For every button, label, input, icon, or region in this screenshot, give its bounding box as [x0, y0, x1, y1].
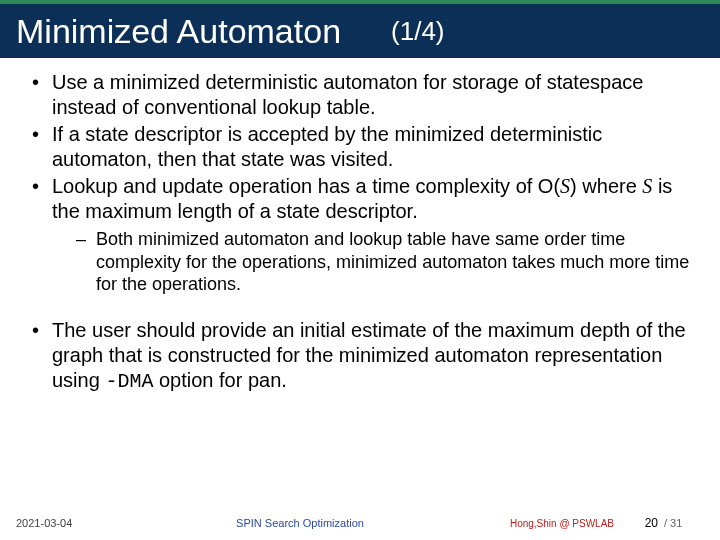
footer-page-number: 20 — [624, 516, 664, 530]
text-run: option for pan. — [153, 369, 286, 391]
footer-title: SPIN Search Optimization — [136, 517, 464, 529]
bullet-text: The user should provide an initial estim… — [52, 319, 686, 391]
slide: Minimized Automaton (1/4) Use a minimize… — [0, 0, 720, 540]
bullet-list: Use a minimized deterministic automaton … — [30, 70, 690, 296]
slide-title-page-indicator: (1/4) — [391, 16, 444, 47]
footer-date: 2021-03-04 — [16, 517, 136, 529]
text-run: ) where — [570, 175, 642, 197]
bullet-item: Use a minimized deterministic automaton … — [30, 70, 690, 120]
footer: 2021-03-04 SPIN Search Optimization Hong… — [0, 514, 720, 532]
bullet-text: Use a minimized deterministic automaton … — [52, 71, 643, 118]
sub-bullet-item: Both minimized automaton and lookup tabl… — [52, 228, 690, 296]
text-run: Lookup and update operation has a time c… — [52, 175, 560, 197]
bullet-text: Lookup and update operation has a time c… — [52, 175, 672, 222]
bullet-text: If a state descriptor is accepted by the… — [52, 123, 602, 170]
variable-s: S — [560, 175, 570, 197]
spacer — [30, 298, 690, 318]
sub-bullet-list: Both minimized automaton and lookup tabl… — [52, 228, 690, 296]
sub-bullet-text: Both minimized automaton and lookup tabl… — [96, 229, 689, 294]
variable-s: S — [642, 175, 652, 197]
title-bar: Minimized Automaton (1/4) — [0, 0, 720, 58]
footer-author: Hong,Shin @ PSWLAB — [464, 518, 624, 529]
code-option: -DMA — [105, 370, 153, 393]
bullet-item: The user should provide an initial estim… — [30, 318, 690, 394]
bullet-item: If a state descriptor is accepted by the… — [30, 122, 690, 172]
bullet-list: The user should provide an initial estim… — [30, 318, 690, 394]
footer-page-total: / 31 — [664, 517, 704, 529]
bullet-item: Lookup and update operation has a time c… — [30, 174, 690, 296]
slide-body: Use a minimized deterministic automaton … — [0, 58, 720, 540]
slide-title: Minimized Automaton — [16, 12, 341, 51]
